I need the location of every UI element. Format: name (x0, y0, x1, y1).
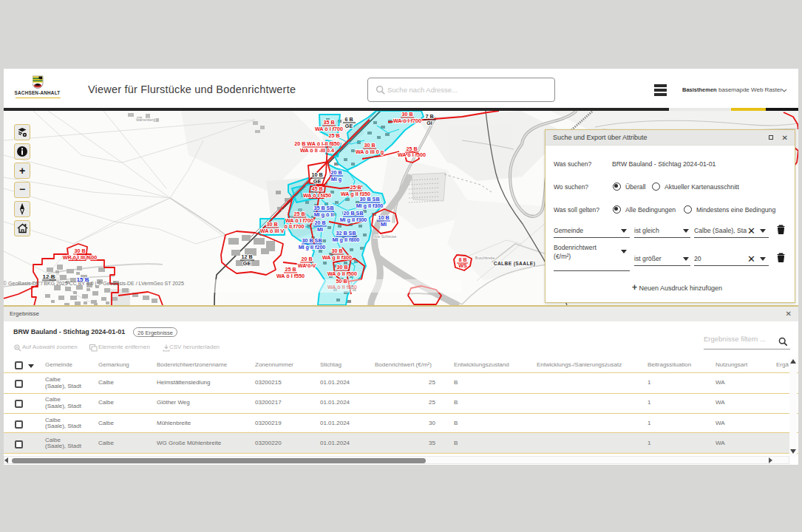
svg-text:12 B: 12 B (43, 273, 55, 280)
svg-text:Alte Schleuse: Alte Schleuse (374, 234, 397, 239)
svg-text:GI: GI (427, 120, 432, 126)
svg-text:25 B: 25 B (328, 132, 339, 139)
svg-text:WA g II f300: WA g II f300 (322, 254, 352, 261)
svg-text:35 B SB: 35 B SB (313, 205, 333, 211)
svg-text:WA ö III V: WA ö III V (260, 228, 285, 234)
svg-text:20 B SB: 20 B SB (343, 210, 363, 216)
svg-text:12 B: 12 B (241, 253, 252, 260)
svg-text:10 B: 10 B (378, 214, 389, 221)
svg-text:ö II f700: ö II f700 (285, 223, 305, 230)
svg-text:45 B: 45 B (311, 185, 322, 192)
svg-text:20 B WA ö I-II f850: 20 B WA ö I-II f850 (294, 140, 340, 147)
svg-text:WA ö I f700: WA ö I f700 (393, 117, 421, 124)
svg-text:MI g: MI g (331, 176, 341, 183)
svg-text:GE: GE (345, 123, 353, 129)
svg-text:WA ö I f550: WA ö I f550 (276, 273, 305, 279)
svg-text:MI g II f300: MI g II f300 (356, 202, 384, 209)
svg-text:Buschbreite: Buschbreite (475, 256, 495, 260)
svg-text:MI g ö II: MI g ö II (314, 211, 334, 218)
svg-text:10 B: 10 B (311, 171, 322, 178)
svg-text:7 B: 7 B (425, 113, 433, 120)
svg-text:30 B: 30 B (331, 248, 342, 254)
svg-text:WR ö I III f600: WR ö I III f600 (63, 254, 98, 261)
svg-text:30 B: 30 B (336, 264, 347, 270)
svg-text:WA ö I f700: WA ö I f700 (315, 126, 343, 132)
svg-text:6 B: 6 B (344, 116, 353, 123)
svg-text:35 B: 35 B (323, 119, 334, 126)
svg-text:WA ö II f850: WA ö II f850 (327, 284, 357, 290)
svg-text:25 B: 25 B (293, 211, 305, 217)
svg-text:MI: MI (381, 221, 387, 228)
svg-text:GE: GE (313, 178, 322, 185)
svg-text:30 B: 30 B (364, 142, 375, 149)
svg-text:MI: MI (317, 226, 323, 233)
svg-text:WA ö I f450: WA ö I f450 (303, 192, 331, 199)
svg-text:GE: GE (243, 260, 251, 267)
svg-text:20 B: 20 B (314, 219, 325, 226)
svg-text:30 B: 30 B (401, 111, 412, 117)
svg-text:WA ö V: WA ö V (298, 262, 316, 269)
svg-text:WA ö II -III 0.4: WA ö II -III 0.4 (300, 147, 334, 154)
svg-text:Wartenberg: Wartenberg (136, 117, 155, 122)
svg-text:MI g II f300: MI g II f300 (340, 216, 367, 223)
svg-text:30 B: 30 B (266, 221, 277, 228)
svg-text:20 B: 20 B (330, 169, 341, 176)
svg-text:20 B: 20 B (301, 256, 312, 262)
svg-text:30 B SB: 30 B SB (302, 237, 322, 244)
svg-text:WA ö II f500: WA ö II f500 (327, 270, 357, 277)
svg-text:MI g II f800: MI g II f800 (333, 236, 360, 243)
svg-text:25 B: 25 B (285, 266, 296, 273)
svg-text:25 B: 25 B (350, 184, 361, 191)
svg-text:MI g II f200: MI g II f200 (299, 244, 326, 250)
svg-text:30 B SB: 30 B SB (359, 196, 379, 202)
svg-text:30 B: 30 B (74, 248, 85, 254)
svg-text:32 B SB: 32 B SB (336, 230, 356, 236)
svg-text:CALBE (SAALE): CALBE (SAALE) (494, 261, 535, 267)
svg-text:WA ö III 0 g: WA ö III 0 g (356, 149, 384, 155)
